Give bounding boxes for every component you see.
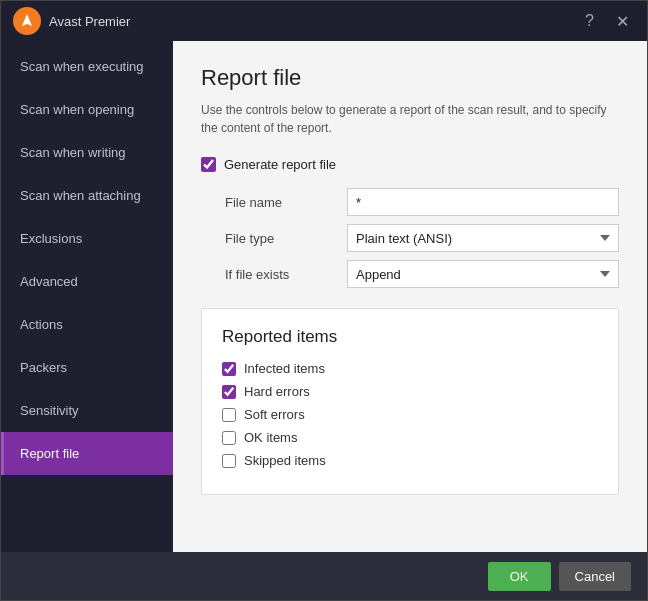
page-title: Report file — [201, 65, 619, 91]
ok-items-label: OK items — [244, 430, 297, 445]
generate-report-checkbox[interactable] — [201, 157, 216, 172]
help-button[interactable]: ? — [579, 10, 600, 33]
sidebar-item-packers[interactable]: Packers — [1, 346, 173, 389]
file-type-label: File type — [225, 224, 335, 252]
if-file-exists-select[interactable]: Append Overwrite No action — [347, 260, 619, 288]
title-bar: Avast Premier ? ✕ — [1, 1, 647, 41]
main-content: Scan when executing Scan when opening Sc… — [1, 41, 647, 552]
ok-button[interactable]: OK — [488, 562, 551, 591]
infected-items-row: Infected items — [222, 361, 598, 376]
page-description: Use the controls below to generate a rep… — [201, 101, 619, 137]
sidebar-item-advanced[interactable]: Advanced — [1, 260, 173, 303]
infected-items-checkbox[interactable] — [222, 362, 236, 376]
close-button[interactable]: ✕ — [610, 10, 635, 33]
file-name-input[interactable] — [347, 188, 619, 216]
sidebar-item-scan-attaching[interactable]: Scan when attaching — [1, 174, 173, 217]
app-title: Avast Premier — [49, 14, 579, 29]
soft-errors-checkbox[interactable] — [222, 408, 236, 422]
sidebar-item-exclusions[interactable]: Exclusions — [1, 217, 173, 260]
file-name-label: File name — [225, 188, 335, 216]
content-area: Report file Use the controls below to ge… — [173, 41, 647, 552]
infected-items-label: Infected items — [244, 361, 325, 376]
generate-report-row: Generate report file — [201, 157, 619, 172]
sidebar-item-scan-opening[interactable]: Scan when opening — [1, 88, 173, 131]
hard-errors-row: Hard errors — [222, 384, 598, 399]
reported-items-title: Reported items — [222, 327, 598, 347]
sidebar-item-scan-writing[interactable]: Scan when writing — [1, 131, 173, 174]
generate-report-label: Generate report file — [224, 157, 336, 172]
reported-items-box: Reported items Infected items Hard error… — [201, 308, 619, 495]
cancel-button[interactable]: Cancel — [559, 562, 631, 591]
sidebar-item-sensitivity[interactable]: Sensitivity — [1, 389, 173, 432]
soft-errors-label: Soft errors — [244, 407, 305, 422]
hard-errors-checkbox[interactable] — [222, 385, 236, 399]
sidebar-item-scan-executing[interactable]: Scan when executing — [1, 45, 173, 88]
soft-errors-row: Soft errors — [222, 407, 598, 422]
app-window: Avast Premier ? ✕ Scan when executing Sc… — [0, 0, 648, 601]
file-type-select[interactable]: Plain text (ANSI) Rich text (RTF) HTML — [347, 224, 619, 252]
skipped-items-row: Skipped items — [222, 453, 598, 468]
skipped-items-label: Skipped items — [244, 453, 326, 468]
skipped-items-checkbox[interactable] — [222, 454, 236, 468]
sidebar: Scan when executing Scan when opening Sc… — [1, 41, 173, 552]
ok-items-checkbox[interactable] — [222, 431, 236, 445]
if-file-exists-label: If file exists — [225, 260, 335, 288]
app-logo — [13, 7, 41, 35]
sidebar-item-actions[interactable]: Actions — [1, 303, 173, 346]
title-bar-controls: ? ✕ — [579, 10, 635, 33]
footer: OK Cancel — [1, 552, 647, 600]
ok-items-row: OK items — [222, 430, 598, 445]
sidebar-item-report-file[interactable]: Report file — [1, 432, 173, 475]
form-grid: File name File type Plain text (ANSI) Ri… — [225, 188, 619, 288]
hard-errors-label: Hard errors — [244, 384, 310, 399]
